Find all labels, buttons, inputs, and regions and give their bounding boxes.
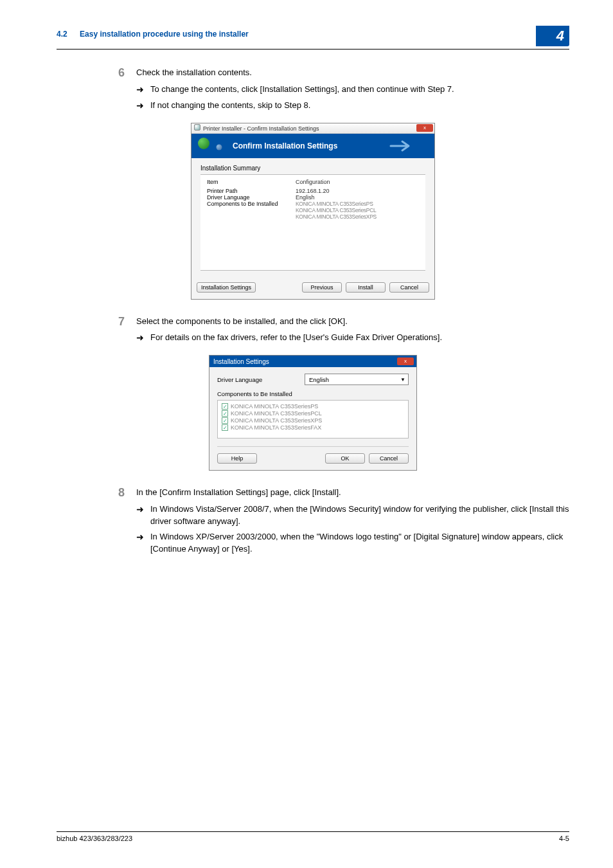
cancel-button[interactable]: Cancel xyxy=(389,282,429,293)
step-sub: In Windows Vista/Server 2008/7, when the… xyxy=(150,503,569,528)
step-sub: For details on the fax drivers, refer to… xyxy=(150,331,569,345)
step-sub: To change the contents, click [Installat… xyxy=(150,83,569,96)
arrow-icon: ➜ xyxy=(136,331,150,345)
window-titlebar: Printer Installer - Confirm Installation… xyxy=(191,123,434,134)
section-number: 4.2 xyxy=(57,30,67,39)
section-title: Easy installation procedure using the in… xyxy=(80,30,249,39)
chapter-badge: 4 xyxy=(536,26,569,46)
summary-label: Installation Summary xyxy=(200,165,425,172)
forward-arrow-icon xyxy=(389,139,415,153)
step-text: Check the installation contents. xyxy=(136,66,569,79)
installation-settings-dialog: Installation Settings x Driver Language … xyxy=(209,355,417,471)
close-icon[interactable]: x xyxy=(416,124,433,132)
arrow-icon: ➜ xyxy=(136,99,150,113)
step-6: 6 Check the installation contents. ➜ To … xyxy=(57,66,569,119)
row-label: Printer Path xyxy=(207,188,290,194)
dialog-banner: Confirm Installation Settings xyxy=(191,134,434,158)
components-list: ✓KONICA MINOLTA C353SeriesPS ✓KONICA MIN… xyxy=(217,400,409,439)
col-header-item: Item xyxy=(207,179,290,185)
row-value: English xyxy=(296,194,419,201)
help-button[interactable]: Help xyxy=(217,453,257,464)
row-label: Driver Language xyxy=(207,194,290,201)
window-title: Installation Settings xyxy=(213,358,269,365)
component-item: KONICA MINOLTA C353SeriesXPS xyxy=(231,417,322,424)
step-number: 7 xyxy=(57,315,136,352)
step-bubble-icon xyxy=(217,144,222,150)
page-header: 4.2 Easy installation procedure using th… xyxy=(57,26,569,50)
banner-title: Confirm Installation Settings xyxy=(233,141,337,150)
step-7: 7 Select the components to be installed,… xyxy=(57,315,569,352)
step-8: 8 In the [Confirm Installation Settings]… xyxy=(57,486,569,562)
checkbox[interactable]: ✓ xyxy=(222,403,228,410)
step-number: 6 xyxy=(57,66,136,119)
driver-language-label: Driver Language xyxy=(217,376,305,383)
checkbox[interactable]: ✓ xyxy=(222,417,228,424)
install-button[interactable]: Install xyxy=(346,282,386,293)
arrow-icon: ➜ xyxy=(136,83,150,96)
chevron-down-icon: ▼ xyxy=(400,377,405,383)
close-icon[interactable]: x xyxy=(397,357,414,365)
confirm-install-dialog: Printer Installer - Confirm Installation… xyxy=(191,123,435,300)
app-icon xyxy=(194,124,200,131)
components-label: Components to Be Installed xyxy=(217,390,409,397)
step-text: Select the components to be installed, a… xyxy=(136,315,569,328)
arrow-icon: ➜ xyxy=(136,530,150,556)
row-value: 192.168.1.20 xyxy=(296,188,419,194)
previous-button[interactable]: Previous xyxy=(302,282,342,293)
step-text: In the [Confirm Installation Settings] p… xyxy=(136,486,569,499)
window-title: Printer Installer - Confirm Installation… xyxy=(203,125,319,132)
window-titlebar: Installation Settings x xyxy=(209,356,416,367)
ok-button[interactable]: OK xyxy=(325,453,365,464)
component-item: KONICA MINOLTA C353SeriesPS xyxy=(231,403,318,410)
step-bubble-icon xyxy=(198,138,209,149)
installation-settings-button[interactable]: Installation Settings xyxy=(197,282,256,293)
component-item: KONICA MINOLTA C353SeriesPCL xyxy=(296,207,419,213)
step-number: 8 xyxy=(57,486,136,562)
footer-model: bizhub 423/363/283/223 xyxy=(57,835,132,842)
step-sub: If not changing the contents, skip to St… xyxy=(150,99,569,113)
cancel-button[interactable]: Cancel xyxy=(369,453,409,464)
checkbox[interactable]: ✓ xyxy=(222,410,228,417)
component-item: KONICA MINOLTA C353SeriesXPS xyxy=(296,213,419,220)
page-footer: bizhub 423/363/283/223 4-5 xyxy=(57,831,569,842)
section-heading: 4.2 Easy installation procedure using th… xyxy=(57,26,249,39)
footer-page-number: 4-5 xyxy=(559,835,569,842)
checkbox[interactable]: ✓ xyxy=(222,424,228,431)
step-sub: In Windows XP/Server 2003/2000, when the… xyxy=(150,530,569,556)
component-item: KONICA MINOLTA C353SeriesPS xyxy=(296,201,419,207)
arrow-icon: ➜ xyxy=(136,503,150,528)
chapter-number: 4 xyxy=(556,28,564,44)
row-label: Components to Be Installed xyxy=(207,201,290,220)
driver-language-select[interactable]: English ▼ xyxy=(305,374,409,385)
component-item: KONICA MINOLTA C353SeriesPCL xyxy=(231,410,322,417)
select-value: English xyxy=(309,376,329,383)
component-item: KONICA MINOLTA C353SeriesFAX xyxy=(231,424,321,431)
col-header-config: Configuration xyxy=(296,179,419,185)
